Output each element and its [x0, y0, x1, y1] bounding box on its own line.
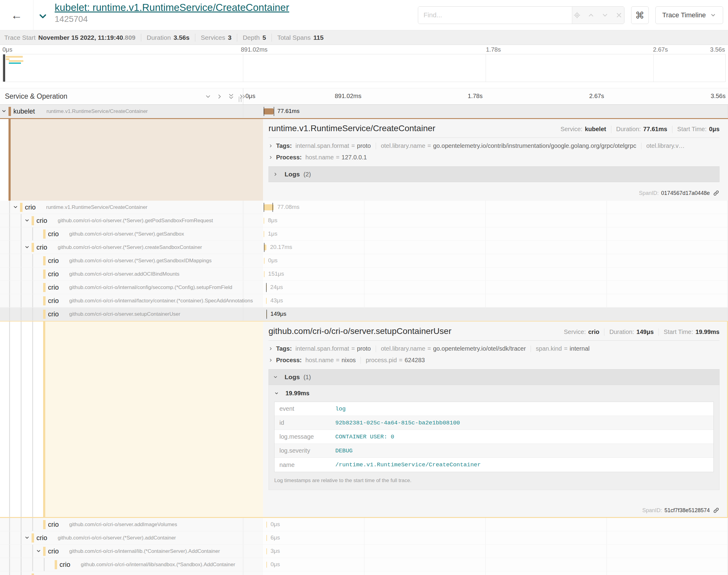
span-duration-bar[interactable]	[264, 108, 274, 114]
span-row[interactable]: crio github.com/cri-o/cri-o/server.(*Ser…	[0, 214, 728, 227]
row-chevron-down-icon[interactable]	[13, 204, 18, 211]
span-timeline-cell[interactable]: 6μs	[263, 531, 728, 545]
span-row[interactable]: crio github.com/cri-o/cri-o/server.addOC…	[0, 267, 728, 281]
service-color-bar	[43, 310, 45, 319]
span-name-cell[interactable]: crio github.com/cri-o/cri-o/server.(*Ser…	[0, 254, 263, 267]
service-name: crio	[48, 283, 59, 292]
span-row[interactable]: crio github.com/cri-o/cri-o/internal/con…	[0, 281, 728, 294]
span-name-cell[interactable]: crio github.com/cri-o/cri-o/server.(*Ser…	[0, 241, 263, 254]
span-duration-bar[interactable]	[264, 231, 264, 237]
log-fields-table: event log id 92b82381-025c-4a64-815c-ba2…	[274, 402, 714, 472]
span-timeline-cell[interactable]: 3μs	[263, 545, 728, 558]
jaeger-trace-page: ← kubelet: runtime.v1.RuntimeService/Cre…	[0, 0, 728, 575]
service-name: crio	[48, 270, 59, 278]
span-name-cell[interactable]: crio github.com/cri-o/cri-o/server.setup…	[0, 308, 263, 321]
span-timeline-cell[interactable]: 77.61ms	[263, 105, 728, 118]
span-name-cell[interactable]: crio runtime.v1.RuntimeService/CreateCon…	[0, 201, 263, 214]
span-name-cell[interactable]: crio github.com/cri-o/cri-o/internal/lib…	[0, 558, 263, 571]
span-row[interactable]: crio github.com/cri-o/cri-o/server.(*Ser…	[0, 241, 728, 254]
tree-guide-line	[9, 321, 10, 518]
span-name-cell[interactable]: crio github.com/cri-o/cri-o/server.addIm…	[0, 518, 263, 531]
tree-guide-line	[21, 308, 22, 320]
tree-guide-line	[32, 281, 33, 294]
span-timeline-cell[interactable]: 0μs	[263, 558, 728, 571]
log-field-key: event	[274, 405, 335, 412]
row-chevron-down-icon[interactable]	[36, 548, 41, 555]
tree-guide-line	[21, 241, 22, 254]
span-duration-label: 0μs	[268, 257, 277, 264]
span-row[interactable]: kubelet runtime.v1.RuntimeService/Create…	[0, 105, 728, 118]
span-timeline-cell[interactable]: 77.08ms	[263, 201, 728, 214]
tree-guide-line	[32, 254, 33, 267]
span-timeline-cell[interactable]: 20.17ms	[263, 241, 728, 254]
span-duration-label: 20.17ms	[270, 244, 292, 250]
kv-pair: internal.span.format=proto	[296, 345, 371, 352]
span-duration-bar[interactable]	[264, 271, 265, 277]
span-duration-bar[interactable]	[266, 521, 267, 528]
span-row[interactable]: crio github.com/cri-o/cri-o/internal/lib…	[0, 545, 728, 558]
span-timeline-cell[interactable]: 43μs	[263, 294, 728, 308]
operation-name: github.com/cri-o/cri-o/internal/config/s…	[69, 284, 232, 291]
process-row[interactable]: Process:host.name=nixosprocess.pid=62428…	[268, 357, 720, 364]
span-timeline-cell[interactable]: 1μs	[263, 227, 728, 241]
row-chevron-down-icon[interactable]	[24, 244, 30, 251]
span-row[interactable]: crio runtime.v1.RuntimeService/CreateCon…	[0, 201, 728, 214]
tree-guide-line	[9, 308, 10, 320]
operation-name: github.com/cri-o/cri-o/server.(*Server).…	[69, 231, 184, 237]
span-row[interactable]: crio github.com/cri-o/cri-o/server.setup…	[0, 308, 728, 321]
process-row[interactable]: Process:host.name=127.0.0.1	[268, 154, 720, 161]
logs-toggle[interactable]: Logs(1)	[268, 369, 720, 385]
span-name-cell[interactable]: crio github.com/cri-o/cri-o/server.addOC…	[0, 267, 263, 281]
row-chevron-down-icon[interactable]	[24, 535, 30, 542]
span-timeline-cell[interactable]: 0μs	[263, 571, 728, 575]
span-name-cell[interactable]: crio github.com/cri-o/cri-o/server.(*Ser…	[0, 214, 263, 227]
span-duration-bar[interactable]	[266, 548, 267, 554]
service-color-bar	[32, 533, 34, 543]
span-row[interactable]: crio github.com/cri-o/cri-o/server.(*Ser…	[0, 531, 728, 545]
span-timeline-cell[interactable]: 24μs	[263, 281, 728, 294]
span-duration-bar[interactable]	[266, 562, 267, 568]
span-timeline-cell[interactable]: 149μs	[263, 308, 728, 321]
row-chevron-down-icon[interactable]	[1, 108, 7, 115]
span-duration-bar[interactable]	[266, 535, 267, 541]
span-row[interactable]: crio github.com/cri-o/cri-o/server.(*Ser…	[0, 227, 728, 241]
tags-row[interactable]: Tags:internal.span.format=protootel.libr…	[268, 142, 720, 149]
tags-row[interactable]: Tags:internal.span.format=protootel.libr…	[268, 345, 720, 352]
span-duration-label: 77.61ms	[277, 108, 299, 114]
logs-toggle[interactable]: Logs(2)	[268, 166, 720, 182]
link-icon	[713, 190, 720, 196]
span-row[interactable]: crio github.com/cri-o/cri-o/server.(*Ser…	[0, 254, 728, 267]
span-detail-row: runtime.v1.RuntimeService/CreateContaine…	[0, 118, 728, 201]
row-chevron-down-icon[interactable]	[24, 218, 30, 224]
service-color-bar	[43, 283, 45, 292]
span-timeline-cell[interactable]: 8μs	[263, 214, 728, 227]
span-name-cell[interactable]: crio github.com/cri-o/cri-o/server.(*Ser…	[0, 531, 263, 545]
tree-guide-line	[32, 558, 33, 571]
span-timeline-cell[interactable]: 151μs	[263, 267, 728, 281]
span-timeline-cell[interactable]: 0μs	[263, 254, 728, 267]
span-name-cell[interactable]: crio github.com/cri-o/cri-o/server.(*Ser…	[0, 571, 263, 575]
span-name-cell[interactable]: crio github.com/cri-o/cri-o/internal/con…	[0, 281, 263, 294]
span-duration-bar[interactable]	[264, 258, 265, 264]
log-marker-tick	[272, 203, 273, 212]
kv-pair: internal.span.format=proto	[296, 142, 371, 149]
span-duration-bar[interactable]	[266, 298, 267, 304]
operation-name: github.com/cri-o/cri-o/internal/lib.(*Co…	[69, 548, 220, 554]
span-row[interactable]: crio github.com/cri-o/cri-o/internal/lib…	[0, 558, 728, 571]
log-marker-tick	[266, 310, 267, 319]
span-name-cell[interactable]: crio github.com/cri-o/cri-o/internal/fac…	[0, 294, 263, 308]
span-duration-bar[interactable]	[264, 218, 264, 224]
log-field-value: log	[335, 406, 345, 412]
span-row[interactable]: crio github.com/cri-o/cri-o/server.addIm…	[0, 518, 728, 531]
deep-link-icon[interactable]	[713, 507, 720, 514]
log-entry-toggle[interactable]: 19.99ms	[274, 390, 714, 397]
tree-guide-line	[21, 531, 22, 544]
span-row[interactable]: crio github.com/cri-o/cri-o/internal/fac…	[0, 294, 728, 308]
span-row[interactable]: crio github.com/cri-o/cri-o/server.(*Ser…	[0, 571, 728, 575]
detail-color-stripe	[43, 321, 45, 518]
span-name-cell[interactable]: crio github.com/cri-o/cri-o/server.(*Ser…	[0, 227, 263, 241]
span-timeline-cell[interactable]: 0μs	[263, 518, 728, 531]
deep-link-icon[interactable]	[713, 190, 720, 196]
span-name-cell[interactable]: kubelet runtime.v1.RuntimeService/Create…	[0, 105, 263, 118]
span-name-cell[interactable]: crio github.com/cri-o/cri-o/internal/lib…	[0, 545, 263, 558]
